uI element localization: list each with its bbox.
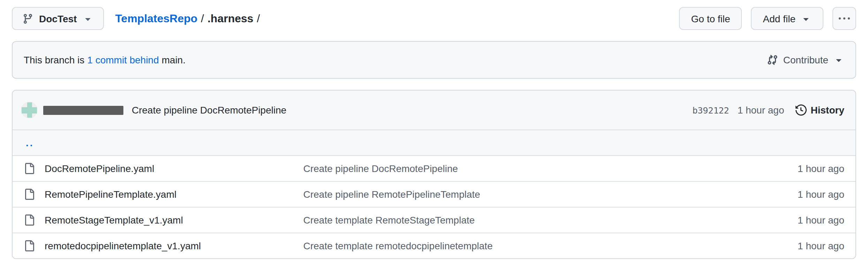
file-icon — [24, 189, 45, 200]
file-name-link[interactable]: RemotePipelineTemplate.yaml — [45, 189, 303, 200]
latest-commit-message[interactable]: Create pipeline DocRemotePipeline — [132, 104, 287, 116]
table-row[interactable]: DocRemotePipeline.yaml Create pipeline D… — [13, 155, 855, 181]
file-commit-time: 1 hour ago — [798, 240, 844, 251]
table-row[interactable]: RemoteStageTemplate_v1.yaml Create templ… — [13, 207, 855, 233]
history-label: History — [811, 104, 844, 116]
history-link[interactable]: History — [795, 104, 844, 116]
avatar-identicon-shape — [27, 102, 32, 118]
breadcrumb-separator: / — [201, 12, 204, 25]
go-to-file-label: Go to file — [691, 13, 730, 24]
branch-status-prefix: This branch is — [24, 54, 84, 65]
commit-author-redacted-name — [43, 105, 123, 115]
branch-status-suffix: main. — [162, 54, 185, 65]
git-branch-icon — [22, 13, 33, 24]
chevron-down-icon — [82, 13, 93, 24]
commit-hash-link[interactable]: b392122 — [692, 105, 729, 115]
file-commit-time: 1 hour ago — [798, 163, 844, 174]
chevron-down-icon — [800, 13, 812, 24]
breadcrumb-trailing-slash: / — [257, 12, 260, 25]
branch-status-text: This branch is 1 commit behind main. — [24, 54, 185, 65]
kebab-horizontal-icon — [839, 13, 850, 24]
contribute-label: Contribute — [783, 54, 828, 65]
file-name-link[interactable]: remotedocpipelinetemplate_v1.yaml — [45, 240, 303, 251]
repo-header-bar: DocTest TemplatesRepo / .harness / Go to… — [12, 7, 856, 30]
history-clock-icon — [795, 104, 807, 116]
go-to-file-button[interactable]: Go to file — [679, 7, 742, 30]
file-commit-message[interactable]: Create pipeline RemotePipelineTemplate — [303, 189, 798, 200]
file-name-link[interactable]: DocRemotePipeline.yaml — [45, 163, 303, 174]
repo-file-browser: DocTest TemplatesRepo / .harness / Go to… — [0, 0, 868, 266]
branch-status-banner: This branch is 1 commit behind main. Con… — [12, 41, 856, 79]
breadcrumb-repo-link[interactable]: TemplatesRepo — [115, 12, 197, 25]
latest-commit-header: Create pipeline DocRemotePipeline b39212… — [13, 91, 855, 130]
parent-directory-row[interactable]: .. — [13, 130, 855, 155]
breadcrumb: TemplatesRepo / .harness / — [115, 12, 260, 25]
table-row[interactable]: remotedocpipelinetemplate_v1.yaml Create… — [13, 233, 855, 258]
commit-author-avatar[interactable] — [21, 102, 38, 118]
file-commit-message[interactable]: Create template remotedocpipelinetemplat… — [303, 240, 798, 251]
more-options-button[interactable] — [832, 7, 856, 30]
latest-commit-meta: b392122 1 hour ago History — [692, 104, 844, 116]
add-file-button[interactable]: Add file — [751, 7, 823, 30]
branch-selector-button[interactable]: DocTest — [12, 7, 104, 30]
table-row[interactable]: RemotePipelineTemplate.yaml Create pipel… — [13, 181, 855, 207]
file-name-link[interactable]: RemoteStageTemplate_v1.yaml — [45, 214, 303, 226]
file-commit-time: 1 hour ago — [798, 189, 844, 200]
add-file-label: Add file — [763, 13, 795, 24]
commit-time: 1 hour ago — [738, 104, 784, 116]
git-compare-icon — [767, 54, 778, 65]
file-icon — [24, 214, 45, 226]
chevron-down-icon — [833, 54, 844, 65]
file-commit-message[interactable]: Create pipeline DocRemotePipeline — [303, 163, 798, 174]
parent-directory-link[interactable]: .. — [26, 138, 34, 148]
commits-behind-link[interactable]: 1 commit behind — [87, 54, 159, 65]
breadcrumb-current-dir: .harness — [207, 12, 253, 25]
file-icon — [24, 240, 45, 251]
file-icon — [24, 163, 45, 174]
file-commit-time: 1 hour ago — [798, 214, 844, 226]
file-table: Create pipeline DocRemotePipeline b39212… — [12, 90, 856, 259]
file-commit-message[interactable]: Create template RemoteStageTemplate — [303, 214, 798, 226]
contribute-button[interactable]: Contribute — [767, 54, 844, 65]
repo-actions: Go to file Add file — [679, 7, 856, 30]
branch-name-label: DocTest — [39, 13, 77, 24]
